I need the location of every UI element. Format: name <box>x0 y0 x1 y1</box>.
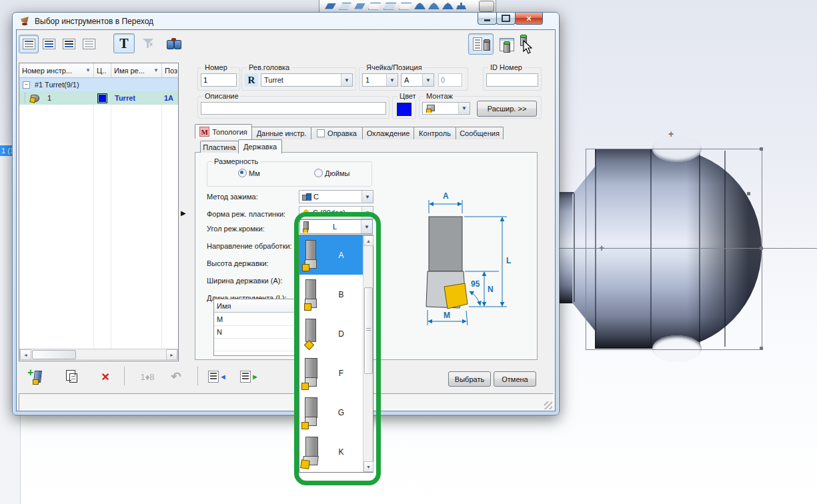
group-label: Описание <box>203 92 241 100</box>
insert-shape-icon[interactable] <box>354 3 365 9</box>
table-horizontal-scrollbar[interactable]: ◄ ► <box>19 349 178 360</box>
select-button[interactable]: Выбрать <box>448 371 491 387</box>
tool-number-input[interactable] <box>201 73 237 87</box>
view-large-icons-button[interactable] <box>19 35 39 53</box>
filter-arrow-icon[interactable]: ▼ <box>85 67 91 73</box>
search-tools-button[interactable] <box>163 33 185 53</box>
rev-head-combo[interactable]: Turret ▼ <box>261 73 353 87</box>
insert-shape-icon[interactable] <box>325 3 336 9</box>
diagram-label-n: N <box>488 285 494 294</box>
offset-input[interactable] <box>438 73 462 87</box>
marker-cross: + <box>599 243 604 253</box>
close-button[interactable]: × <box>515 13 543 25</box>
group-id-number: ID Номер <box>483 67 542 91</box>
group-label: Номер <box>203 63 229 71</box>
extend-button[interactable]: Расшир. >> <box>477 101 537 117</box>
app-icon <box>21 17 30 26</box>
insert-shape-icon[interactable] <box>399 3 412 10</box>
group-label: Размерность <box>212 157 260 165</box>
description-input[interactable] <box>201 102 386 115</box>
export-tools-button[interactable]: ► <box>237 367 261 387</box>
table-group-row[interactable]: − #1 Turret(9/1) <box>19 78 178 91</box>
filter-icon: x <box>142 38 154 49</box>
background-window-button[interactable] <box>479 1 494 12</box>
tab-coolant[interactable]: Охлаждение <box>362 127 414 139</box>
column-header-position[interactable]: Поз <box>162 63 179 78</box>
column-header-name[interactable]: Имя ре...▼ <box>111 63 162 78</box>
field-label: Метод зажима: <box>207 193 258 201</box>
column-header-color[interactable]: Ц.. <box>94 63 111 78</box>
insert-shape-icon[interactable] <box>442 3 454 9</box>
cancel-button[interactable]: Отмена <box>494 371 536 387</box>
field-label: Угол реж.кромки: <box>207 225 265 233</box>
group-label: ID Номер <box>488 63 524 71</box>
subtab-holder[interactable]: Державка <box>238 139 282 154</box>
clear-filter-button[interactable]: x <box>137 33 159 53</box>
text-mode-button[interactable]: T <box>113 33 135 53</box>
chevron-down-icon[interactable]: ▼ <box>386 74 397 86</box>
filter-arrow-icon[interactable]: ▼ <box>153 67 159 73</box>
splitter-expand-arrow[interactable]: ▶ <box>181 209 186 217</box>
annotation-highlight-ring <box>294 212 381 485</box>
mount-combo[interactable]: ▼ <box>422 102 470 115</box>
toolbar-separator <box>124 367 125 385</box>
tab-control[interactable]: Контроль <box>414 127 456 139</box>
insert-shape-icon[interactable] <box>368 3 381 10</box>
insert-shape-icon[interactable] <box>339 3 351 10</box>
view-list-button[interactable] <box>39 35 59 53</box>
cell-combo[interactable]: 1 ▼ <box>362 73 398 87</box>
tab-holder[interactable]: Оправка <box>311 127 363 139</box>
group-description: Описание <box>197 96 389 119</box>
params-row[interactable]: N <box>217 328 222 336</box>
status-bar <box>19 393 554 411</box>
chevron-down-icon[interactable]: ▼ <box>422 74 434 86</box>
copy-tool-button[interactable] <box>61 367 83 387</box>
insert-shape-icon[interactable] <box>414 3 426 9</box>
subtab-insert[interactable]: Пластина <box>200 141 239 153</box>
tab-topology[interactable]: M Топология <box>195 124 252 139</box>
delete-tool-button[interactable]: × <box>95 367 116 387</box>
table-tool-row[interactable]: 1 Turret 1A <box>19 91 178 105</box>
scrollbar-thumb[interactable] <box>32 350 76 359</box>
column-header-tool-number[interactable]: Номер инстр...▼ <box>19 63 94 78</box>
chevron-down-icon[interactable]: ▼ <box>361 191 373 203</box>
tool-color-swatch[interactable] <box>97 93 107 103</box>
selection-handle <box>760 147 763 151</box>
group-label: Ячейка/Позиция <box>364 63 424 71</box>
import-tools-button[interactable]: ◄ <box>205 367 229 387</box>
radio-mm[interactable]: Мм <box>238 169 260 177</box>
chevron-down-icon[interactable]: ▼ <box>458 103 470 114</box>
chevron-down-icon[interactable]: ▼ <box>341 74 352 86</box>
position-combo[interactable]: A ▼ <box>401 73 434 87</box>
tab-tool-data[interactable]: Данные инстр. <box>251 127 311 139</box>
delete-icon: × <box>101 370 109 383</box>
scroll-right-button[interactable]: ► <box>166 349 177 360</box>
holder-diagram: A L N 95 M <box>399 180 539 340</box>
renumber-button[interactable]: 1♦8 <box>135 367 160 387</box>
maximize-button[interactable] <box>496 13 516 25</box>
params-row[interactable]: M <box>217 315 223 323</box>
insert-shape-icon[interactable] <box>383 3 396 10</box>
marker-cross: + <box>668 129 674 139</box>
insert-shape-icon[interactable] <box>456 3 466 9</box>
resize-grip[interactable] <box>544 401 552 409</box>
radio-inch[interactable]: Дюймы <box>314 169 349 177</box>
insert-shape-icon[interactable] <box>428 3 440 9</box>
add-tool-button[interactable]: + <box>25 367 47 387</box>
id-number-input[interactable] <box>486 73 538 87</box>
show-list-and-tool-button[interactable] <box>468 33 494 55</box>
show-tool-window-button[interactable] <box>496 35 518 55</box>
minimize-button[interactable] <box>478 13 497 25</box>
view-small-button[interactable] <box>79 35 99 53</box>
import-arrow-icon: ◄ <box>219 373 227 381</box>
tool-row-position: 1A <box>164 94 173 102</box>
params-column-name[interactable]: Имя <box>214 299 295 313</box>
clamp-method-combo[interactable]: C ▼ <box>299 190 373 203</box>
color-swatch[interactable] <box>397 103 412 116</box>
undo-button[interactable]: ↶ <box>165 367 187 387</box>
scroll-left-button[interactable]: ◄ <box>20 349 31 360</box>
screen: 1 (1 + + <box>0 0 817 504</box>
tab-messages[interactable]: Сообщения <box>456 127 504 139</box>
tree-collapse-box[interactable]: − <box>23 81 30 89</box>
view-details-button[interactable] <box>59 35 79 53</box>
